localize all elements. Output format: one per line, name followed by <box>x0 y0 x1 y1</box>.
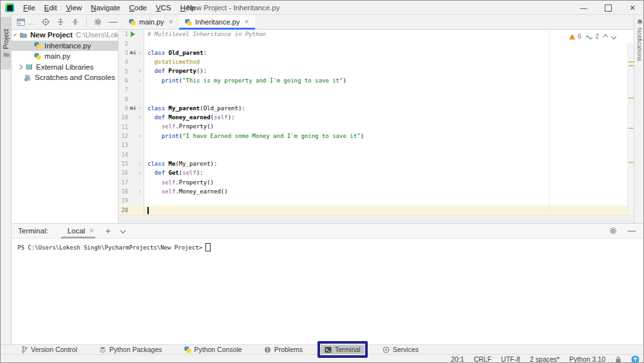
code-line-15[interactable]: 15∨class Me(My_parent): <box>118 159 634 168</box>
code-line-16[interactable]: 16∨ def Get(self): <box>118 168 634 177</box>
project-tree-panel: New ProjectC:\Users\LokeInheritance.pyma… <box>12 30 118 223</box>
code-line-4[interactable]: 4 @staticmethod <box>118 57 634 66</box>
menu-navigate[interactable]: Navigate <box>86 3 124 13</box>
tab-inheritance-py[interactable]: Inheritance.py✕ <box>179 15 255 29</box>
toolwindow-label: Problems <box>274 346 303 353</box>
code-line-9[interactable]: 9∨class My_parent(Old_parent): <box>118 104 634 113</box>
prev-problem-icon[interactable] <box>603 34 608 39</box>
fold-marker[interactable]: ∨ <box>137 168 143 177</box>
tab-main-py[interactable]: main.py✕ <box>123 15 179 29</box>
code-line-14[interactable]: 14 <box>118 150 634 159</box>
minimize-icon[interactable]: — <box>571 1 596 15</box>
project-tool-window-tab[interactable]: Project <box>1 17 12 70</box>
code-line-12[interactable]: 12∧ print("I have Earned some Money and … <box>118 132 634 141</box>
tree-item-new-project[interactable]: New ProjectC:\Users\Loke <box>12 30 118 41</box>
close-tab-icon[interactable]: ✕ <box>244 19 249 25</box>
toolwindow-version-control[interactable]: Version Control <box>17 345 81 355</box>
status-crlf[interactable]: CRLF <box>474 355 491 363</box>
menu-file[interactable]: File <box>19 3 40 13</box>
terminal-tab-local[interactable]: Local ✕ <box>65 224 97 239</box>
terminal-prompt: PS C:\Users\Lokesh Singh\PycharmProjects… <box>17 244 202 251</box>
status-python-3-10[interactable]: Python 3.10 <box>569 355 605 363</box>
code-line-7[interactable]: 7 <box>118 85 634 94</box>
code-editor[interactable]: 1# Multilevel Inheritance in Python23∨cl… <box>118 30 634 215</box>
code-line-2[interactable]: 2 <box>118 39 634 48</box>
warning-count: 6 <box>578 33 582 40</box>
chevron-down-icon[interactable] <box>14 34 17 37</box>
code-text: self.Money_earned() <box>144 187 228 196</box>
tree-item-scratches-and-consoles[interactable]: Scratches and Consoles <box>12 72 118 83</box>
fold-marker[interactable]: ∧ <box>137 76 143 85</box>
menu-edit[interactable]: Edit <box>40 3 62 13</box>
ellipsis-label: … <box>28 19 35 26</box>
fold-marker[interactable]: ∧ <box>137 132 143 141</box>
fold-marker[interactable]: ∨ <box>137 159 143 168</box>
code-line-1[interactable]: 1# Multilevel Inheritance in Python <box>118 30 634 39</box>
toolwindow-label: Python Packages <box>109 346 162 353</box>
code-line-3[interactable]: 3∨class Old_parent: <box>118 48 634 57</box>
code-line-18[interactable]: 18∧ self.Money_earned() <box>118 187 634 196</box>
menu-view[interactable]: View <box>61 3 86 13</box>
toolwindow-label: Services <box>393 346 419 353</box>
fold-marker[interactable]: ∨ <box>137 66 143 75</box>
code-line-6[interactable]: 6∧ print("This is my property and I'm go… <box>118 76 634 85</box>
close-terminal-tab-icon[interactable]: ✕ <box>89 228 94 234</box>
menu-code[interactable]: Code <box>125 3 152 13</box>
code-line-11[interactable]: 11 self.Property() <box>118 122 634 131</box>
libs-icon <box>26 63 33 70</box>
toolwindow-problems[interactable]: Problems <box>260 345 307 355</box>
gutter: 13 <box>118 141 144 150</box>
fold-marker[interactable]: ∧ <box>137 187 143 196</box>
fold-marker[interactable]: ∨ <box>137 48 143 57</box>
code-line-10[interactable]: 10∨ def Money_earned(self): <box>118 113 634 122</box>
code-line-5[interactable]: 5∨ def Property(): <box>118 66 634 75</box>
terminal-settings-gear-icon[interactable] <box>609 227 617 235</box>
fold-marker[interactable]: ∨ <box>137 104 143 113</box>
hide-panel-icon[interactable]: — <box>109 19 117 25</box>
update-available-icon[interactable] <box>631 355 639 363</box>
code-line-19[interactable]: 19 <box>118 196 634 205</box>
bell-icon[interactable] <box>636 19 643 26</box>
code-line-8[interactable]: 8 <box>118 94 634 103</box>
tree-item-external-libraries[interactable]: External Libraries <box>12 62 118 73</box>
code-line-20[interactable]: 20 <box>118 206 634 215</box>
new-terminal-icon[interactable]: + <box>106 226 111 236</box>
terminal-prompt-line: PS C:\Users\Lokesh Singh\PycharmProjects… <box>17 243 644 251</box>
python-icon <box>129 19 136 26</box>
code-text: self.Property() <box>144 122 214 131</box>
folder-icon <box>3 52 10 57</box>
terminal-dropdown-icon[interactable] <box>120 228 126 233</box>
typo-count: 2 <box>595 33 599 40</box>
code-text: self.Property() <box>144 178 214 187</box>
code-line-17[interactable]: 17 self.Property() <box>118 178 634 187</box>
notifications-tab[interactable]: Notifications <box>636 28 643 61</box>
toolwindow-python-console[interactable]: Python Console <box>180 345 246 355</box>
terminal-body[interactable]: PS C:\Users\Lokesh Singh\PycharmProjects… <box>12 239 644 251</box>
tree-item-main-py[interactable]: main.py <box>12 51 118 62</box>
status-utf-8[interactable]: UTF-8 <box>501 355 520 363</box>
inspections-widget[interactable]: 6 2 <box>569 33 616 40</box>
lock-icon[interactable] <box>615 356 621 363</box>
menu-vcs[interactable]: VCS <box>151 3 176 13</box>
tree-item-inheritance-py[interactable]: Inheritance.py <box>12 41 118 52</box>
gutter: 12∧ <box>118 132 144 141</box>
chevron-right-icon[interactable] <box>17 64 23 70</box>
status-2-spaces[interactable]: 2 spaces* <box>530 355 560 363</box>
restore-icon[interactable] <box>596 1 620 15</box>
line-number: 5 <box>118 68 128 75</box>
code-text <box>144 141 147 150</box>
toolwindow-terminal[interactable]: Terminal <box>321 345 365 355</box>
editor-tab-bar: main.py✕Inheritance.py✕ <box>123 15 255 29</box>
line-number: 16 <box>118 170 128 176</box>
close-icon[interactable]: ✕ <box>620 1 644 15</box>
terminal-icon <box>325 346 332 353</box>
next-problem-icon[interactable] <box>611 34 616 39</box>
hide-terminal-icon[interactable]: — <box>627 228 636 234</box>
toolwindow-services[interactable]: Services <box>379 345 422 355</box>
fold-marker[interactable]: ∨ <box>137 113 143 122</box>
code-line-13[interactable]: 13 <box>118 141 634 150</box>
editor-scrollbar[interactable] <box>627 43 634 215</box>
close-tab-icon[interactable]: ✕ <box>169 19 174 25</box>
status-20-1[interactable]: 20:1 <box>451 355 464 363</box>
toolwindow-python-packages[interactable]: Python Packages <box>95 345 166 355</box>
